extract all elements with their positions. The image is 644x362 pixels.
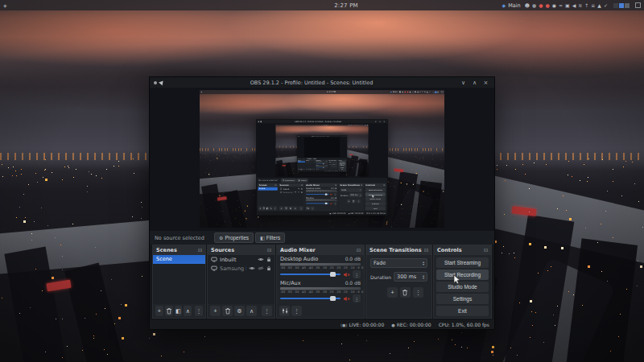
source-item-inbuilt[interactable]: Inbuilt [208,255,275,264]
dock-icon[interactable]: ⊡ [198,247,202,253]
check-icon: ✓ [429,90,431,94]
circle-icon[interactable]: ● [532,0,536,10]
volume-slider[interactable] [280,270,341,278]
scenes-more-button[interactable]: ⋮ [195,306,203,316]
volume-slider-handle[interactable] [330,296,336,301]
scene-transitions-panel: Scene Transitions ⊡ Fade ▴▾ Duration 300… [328,159,338,170]
lock-icon[interactable] [266,265,271,271]
sources-list[interactable]: Inbuilt Samsung Lands [208,255,275,304]
record-dot2-icon[interactable]: ● [545,0,549,10]
move-scene-up-button[interactable]: ∧ [184,306,192,316]
dock-icon[interactable]: ⊡ [267,247,271,253]
transition-select[interactable]: Fade ▴▾ [370,258,427,268]
live-timer: LIVE: 00:00:00 [349,322,384,327]
workspace-pager[interactable] [613,3,630,8]
signal-icon[interactable]: ≋ [578,0,582,10]
dock-icon[interactable]: ⊡ [357,247,361,253]
scene-item-scene[interactable]: Scene [153,255,205,264]
eye-slash-icon[interactable] [258,266,264,270]
spinner-icons[interactable]: ▴▾ [423,274,424,279]
preview-area[interactable]: ◈ 2:27 PM ◆ Main ☻●●●◉≈▣◀≋↑≡▲✓ OBS 29.1.… [150,88,494,231]
properties-button[interactable]: ⚙ Properties [214,232,254,243]
move-source-up-button: ∧ [293,206,297,210]
filters-button[interactable]: ◧ Filters [255,232,285,243]
sources-list: Inbuilt Samsung Lands [279,187,304,205]
transition-value: Fade [341,189,346,191]
source-properties-button[interactable]: ⚙ [234,306,245,316]
scenes-more-button: ⋮ [303,168,304,170]
volume-icon[interactable]: ◀ [572,0,576,10]
add-transition-button[interactable]: + [387,287,398,298]
workspace-cell[interactable] [625,3,630,8]
advanced-audio-button[interactable] [279,306,290,316]
wifi-icon[interactable]: ▲ [597,0,601,10]
clock[interactable]: 2:27 PM [334,2,358,9]
record-dot-icon[interactable]: ● [539,0,543,10]
workspace-label[interactable]: Main [508,2,521,9]
system-topbar: ◈ 2:27 PM ◆ Main ☻●●●◉≈▣◀≋↑≡▲✓ [0,0,644,10]
filter-icon: ◧ [260,235,265,241]
exit-button[interactable]: Exit [436,306,489,316]
remove-transition-button[interactable] [400,287,411,298]
channel-options-button[interactable]: ⋮ [353,270,361,278]
maximize-button[interactable]: ∧ [470,80,479,86]
up-arrow-icon[interactable]: ↑ [584,0,588,10]
launcher-icon[interactable]: ◈ [3,2,7,8]
start-recording-button[interactable]: Start Recording [436,269,489,280]
minimize-button[interactable]: ∨ [459,80,468,86]
workspace-cell[interactable] [613,3,618,8]
duration-spinbox: 300 ms ▴▾ [332,163,337,165]
close-button[interactable]: × [481,80,490,86]
dock-icon: ⊡ [335,184,336,187]
wave-icon[interactable]: ≈ [559,0,563,10]
channel-options-button[interactable]: ⋮ [353,294,361,302]
shield-icon[interactable]: ▣ [565,0,570,10]
dock-icon[interactable]: ⊡ [424,247,428,253]
target-icon[interactable]: ◉ [552,0,556,10]
remove-source-button[interactable] [222,306,233,316]
workspace-cell-active[interactable] [619,3,624,8]
add-source-button[interactable]: + [210,306,221,316]
mute-speaker-icon[interactable] [343,272,350,278]
add-scene-button[interactable]: + [155,306,163,316]
check-icon[interactable]: ✓ [604,0,608,10]
mixer-more-button[interactable]: ⋮ [291,306,302,316]
sources-more-button[interactable]: ⋮ [262,306,272,316]
move-source-up-button[interactable]: ∧ [246,306,257,316]
source-item-samsung-lands[interactable]: Samsung Lands [208,264,275,273]
eye-icon[interactable] [258,257,264,261]
scene-filters-button[interactable]: ◧ [175,306,183,316]
move-source-up-button: ∧ [311,168,312,170]
add-scene-button: + [258,206,262,210]
minimize-button: ∨ [374,120,378,122]
user-icon[interactable]: ☻ [525,0,530,10]
obs-titlebar[interactable]: OBS 29.1.2 - Profile: Untitled - Scenes:… [150,77,494,88]
advanced-audio-button [306,206,310,210]
spinner-icons[interactable]: ▴▾ [423,261,424,265]
start-streaming-button[interactable]: Start Streaming [436,257,489,268]
controls-panel: Controls ⊡ Start StreamingStart Recordin… [365,183,386,212]
scenes-list[interactable]: Scene [153,255,205,304]
studio-mode-button[interactable]: Studio Mode [436,282,489,292]
settings-button[interactable]: Settings [436,294,489,304]
corner-box-icon[interactable] [635,2,641,8]
screen: ◈ 2:27 PM ◆ Main ☻●●●◉≈▣◀≋↑≡▲✓ OBS 29.1.… [275,125,369,177]
menu-icon[interactable]: ≡ [591,0,595,10]
duration-spinbox[interactable]: 300 ms ▴▾ [394,272,427,282]
volume-slider-handle[interactable] [330,272,336,277]
cpu-fps-stats: CPU: 1.0%, 60.00 fps [439,322,489,327]
add-transition-button: + [347,200,351,204]
eye-icon[interactable] [249,266,255,270]
gear-icon: ⚙ [283,179,284,182]
channel-db-value: 0.0 dB [345,280,361,286]
window-menu-icon[interactable] [154,81,157,84]
lock-icon[interactable] [266,257,271,262]
mute-speaker-icon[interactable] [343,296,350,302]
pin-icon[interactable] [159,80,165,86]
dock-icon[interactable]: ⊡ [484,247,488,253]
preview-capture: ◈ 2:27 PM ◆ Main ☻●●●◉≈▣◀≋↑≡▲✓ OBS 29.1.… [275,125,369,177]
transition-more-button[interactable]: ⋮ [413,287,423,298]
volume-slider[interactable] [280,294,341,302]
remove-scene-button[interactable] [165,306,173,316]
preview-area: ◈ 2:27 PM ◆ Main ☻●●●◉≈▣◀≋↑≡▲✓ OBS 29.1.… [257,123,388,178]
